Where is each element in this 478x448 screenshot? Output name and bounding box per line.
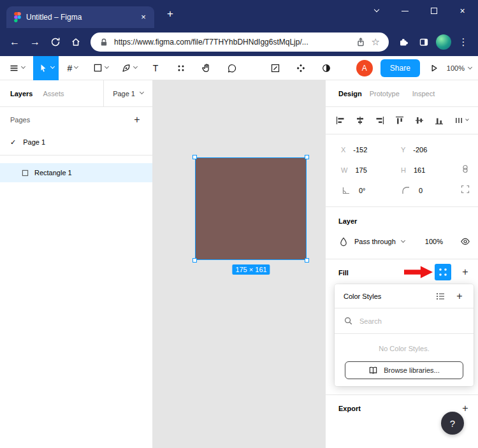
main-menu-button[interactable]	[0, 56, 33, 80]
align-bottom-icon[interactable]	[434, 115, 444, 126]
pages-header-label: Pages	[10, 116, 132, 124]
address-bar[interactable]: https://www.figma.com/file/T7THYhbDHNdIg…	[91, 33, 389, 52]
chevron-down-icon	[105, 64, 109, 69]
y-value[interactable]: -206	[413, 146, 427, 154]
rotation-field[interactable]: 0°	[341, 185, 366, 196]
layer-name: Rectangle 1	[34, 169, 72, 177]
add-page-button[interactable]: +	[132, 115, 142, 125]
page-list-item[interactable]: ✓ Page 1	[0, 133, 152, 152]
side-panel-icon[interactable]	[414, 33, 433, 52]
independent-corners-icon[interactable]	[460, 184, 470, 194]
tab-search-chevron-icon[interactable]	[362, 1, 391, 20]
resize-handle-ne[interactable]	[305, 155, 309, 159]
figma-browser-window: Untitled – Figma × + × ← →	[0, 0, 478, 448]
move-tool-button[interactable]	[33, 56, 59, 80]
y-field[interactable]: Y -206	[401, 145, 427, 155]
chevron-down-icon	[468, 64, 472, 69]
shape-tool-button[interactable]	[87, 56, 115, 80]
canvas[interactable]: 175 × 161	[153, 80, 325, 448]
style-list-view-icon[interactable]	[435, 291, 445, 301]
page-name: Page 1	[23, 138, 45, 146]
minimize-button[interactable]	[391, 1, 419, 20]
width-field[interactable]: W 175	[341, 165, 367, 175]
reload-button[interactable]	[46, 33, 65, 52]
tab-assets[interactable]: Assets	[43, 90, 64, 98]
create-component-button[interactable]	[288, 56, 314, 80]
h-value[interactable]: 161	[414, 166, 425, 174]
w-label: W	[341, 166, 347, 174]
add-style-button[interactable]: +	[454, 291, 465, 301]
dimension-badge: 175 × 161	[232, 264, 270, 275]
tab-close-icon[interactable]: ×	[138, 11, 149, 23]
pen-tool-button[interactable]	[115, 56, 143, 80]
x-value[interactable]: -152	[353, 146, 367, 154]
rotation-value[interactable]: 0°	[359, 187, 366, 194]
share-button[interactable]: Share	[380, 59, 420, 77]
browser-profile-avatar[interactable]	[436, 34, 451, 50]
tab-design[interactable]: Design	[338, 90, 362, 98]
page-selector-label: Page 1	[113, 90, 135, 98]
style-picker-button[interactable]	[435, 264, 451, 280]
bookmark-star-icon[interactable]: ☆	[372, 36, 380, 48]
x-label: X	[341, 146, 345, 154]
chevron-down-icon	[74, 64, 78, 69]
opacity-value[interactable]: 100%	[425, 238, 443, 245]
reload-icon	[50, 37, 61, 47]
align-top-icon[interactable]	[395, 115, 405, 126]
align-horizontal-center-icon[interactable]	[355, 115, 365, 126]
resources-icon	[176, 63, 186, 73]
extensions-icon[interactable]	[394, 33, 413, 52]
resize-handle-nw[interactable]	[192, 155, 197, 159]
tab-layers[interactable]: Layers	[10, 90, 33, 98]
browser-menu-icon[interactable]: ⋮	[454, 33, 473, 52]
maximize-button[interactable]	[419, 1, 448, 20]
back-button[interactable]: ←	[5, 33, 24, 52]
mask-button[interactable]	[314, 56, 339, 80]
distribute-menu-icon[interactable]	[454, 115, 468, 126]
layer-item-rectangle[interactable]: Rectangle 1	[0, 163, 152, 182]
home-button[interactable]	[66, 33, 85, 52]
book-icon	[368, 366, 378, 375]
add-export-button[interactable]: +	[460, 403, 470, 414]
resize-handle-sw[interactable]	[192, 258, 197, 263]
add-fill-button[interactable]: +	[460, 267, 470, 277]
new-tab-button[interactable]: +	[162, 8, 178, 22]
selected-rectangle[interactable]	[195, 157, 307, 260]
style-search-row[interactable]	[335, 308, 474, 334]
page-selector[interactable]: Page 1	[103, 80, 152, 107]
w-value[interactable]: 175	[355, 166, 366, 174]
align-vertical-center-icon[interactable]	[414, 115, 424, 126]
help-button[interactable]: ?	[441, 412, 464, 435]
align-left-icon[interactable]	[335, 115, 345, 126]
blend-mode-select[interactable]: Pass through	[354, 238, 396, 245]
x-field[interactable]: X -152	[341, 145, 367, 155]
url-text[interactable]: https://www.figma.com/file/T7THYhbDHNdIg…	[114, 38, 350, 47]
corner-radius-value[interactable]: 0	[419, 187, 423, 194]
forward-button[interactable]: →	[25, 33, 45, 52]
height-field[interactable]: H 161	[401, 165, 425, 175]
text-tool-button[interactable]: T	[143, 56, 168, 80]
align-right-icon[interactable]	[375, 115, 385, 126]
layer-section: Layer Pass through 100%	[326, 207, 478, 259]
constrain-proportions-icon[interactable]	[460, 164, 470, 174]
resize-handle-se[interactable]	[305, 258, 309, 263]
frame-tool-button[interactable]: #	[59, 56, 87, 80]
browser-tab[interactable]: Untitled – Figma ×	[6, 6, 154, 28]
share-page-icon[interactable]	[356, 37, 366, 47]
browse-libraries-button[interactable]: Browse libraries...	[345, 361, 463, 379]
present-button[interactable]	[429, 56, 439, 80]
resources-tool-button[interactable]	[168, 56, 194, 80]
user-avatar[interactable]: A	[356, 60, 373, 76]
edit-object-button[interactable]	[263, 56, 288, 80]
tab-inspect[interactable]: Inspect	[412, 90, 435, 98]
tab-prototype[interactable]: Prototype	[370, 90, 400, 98]
zoom-menu[interactable]: 100%	[447, 64, 472, 72]
visibility-eye-icon[interactable]	[460, 236, 470, 247]
comment-tool-button[interactable]	[219, 56, 245, 80]
main-menu-icon	[9, 63, 19, 73]
search-input[interactable]	[359, 317, 465, 325]
hand-tool-button[interactable]	[194, 56, 219, 80]
corner-radius-field[interactable]: 0	[401, 185, 423, 196]
play-icon	[429, 63, 439, 73]
close-window-button[interactable]: ×	[448, 1, 477, 20]
